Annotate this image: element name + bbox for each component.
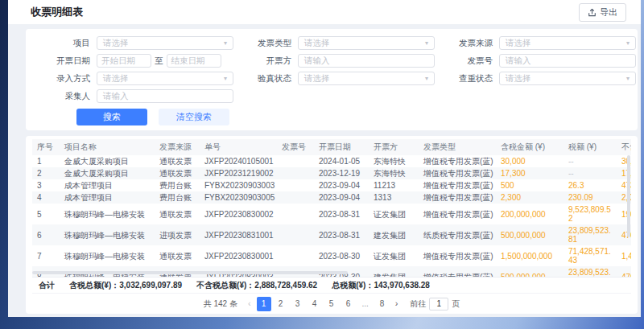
table-row[interactable]: 5珠穆朗玛峰—电梯安装通联发票JXFP202308300022023-08-31… bbox=[32, 204, 631, 224]
page-button-6[interactable]: 6 bbox=[341, 297, 356, 311]
next-page-button[interactable]: › bbox=[394, 299, 400, 308]
table-row[interactable]: 7珠穆朗玛峰—电梯安装通联发票JXFP202308300012023-08-30… bbox=[32, 245, 631, 266]
page-ellipsis: ... bbox=[358, 297, 373, 311]
column-header-net: 不含税金额 (¥) bbox=[617, 139, 631, 155]
goto-label: 前往 bbox=[410, 298, 426, 310]
cell-amount: 500 bbox=[496, 179, 564, 191]
cell-amount: 500,000,000 bbox=[496, 224, 564, 245]
table-panel: 序号项目名称发票来源单号发票号开票日期开票方发票类型含税金额 (¥)税额 (¥)… bbox=[26, 136, 638, 314]
prev-page-button[interactable]: ‹ bbox=[246, 299, 253, 308]
invoice-type-label: 发票类型 bbox=[233, 38, 291, 49]
collector-label: 采集人 bbox=[32, 91, 90, 102]
chevron-down-icon: ▾ bbox=[425, 40, 428, 47]
export-button[interactable]: 导出 bbox=[579, 3, 626, 22]
cell-type: 增值税专用发票(蓝) bbox=[419, 191, 496, 204]
invoice-source-select[interactable]: 请选择 ▾ bbox=[499, 36, 636, 50]
cell-invoice_no bbox=[277, 179, 314, 191]
filter-field-verify-status: 验真状态 请选择 ▾ bbox=[233, 71, 435, 86]
cell-tax: 23,809,523.81 bbox=[564, 266, 617, 277]
table-body: 1金威大厦采购项目通联发票JXFP202401050012024-01-05东海… bbox=[32, 155, 631, 277]
search-button[interactable]: 搜索 bbox=[76, 109, 147, 125]
project-label: 项目 bbox=[32, 38, 90, 49]
verify-status-select[interactable]: 请选择 ▾ bbox=[298, 72, 435, 85]
vertical-scrollbar[interactable] bbox=[627, 155, 630, 237]
cell-invoice_no bbox=[277, 191, 314, 204]
invoice-table: 序号项目名称发票来源单号发票号开票日期开票方发票类型含税金额 (¥)税额 (¥)… bbox=[32, 139, 631, 277]
table-row[interactable]: 3成本管理项目费用台账FYBX202309030032023-09-041121… bbox=[32, 179, 631, 191]
collector-input[interactable]: 请输入 bbox=[97, 89, 233, 103]
cell-tax: 23,809,523.81 bbox=[564, 224, 617, 245]
cell-amount: 200,000,000 bbox=[496, 204, 564, 224]
column-header-order_no: 单号 bbox=[200, 139, 277, 155]
cell-project: 珠穆朗玛峰—电梯安装 bbox=[60, 224, 155, 245]
cell-date: 2024-01-05 bbox=[314, 155, 369, 167]
filter-field-invoice-source: 发票来源 请选择 ▾ bbox=[435, 35, 636, 51]
cell-order_no: FYBX20230903005 bbox=[200, 191, 277, 204]
page-button-1[interactable]: 1 bbox=[257, 297, 271, 311]
cell-issuer: 东海特快 bbox=[369, 155, 419, 167]
cell-amount: 500,000,000 bbox=[496, 266, 564, 277]
cell-project: 珠穆朗玛峰—电梯安装 bbox=[60, 245, 155, 266]
project-select[interactable]: 请选择 ▾ bbox=[97, 36, 233, 50]
filter-field-project: 项目 请选择 ▾ bbox=[32, 35, 233, 51]
cell-no: 1 bbox=[32, 155, 60, 167]
cell-order_no: JXFP20231219002 bbox=[200, 167, 277, 179]
net-total-label: 不含税总额(¥)： bbox=[196, 281, 254, 290]
invoice-type-select[interactable]: 请选择 ▾ bbox=[298, 36, 435, 50]
export-label: 导出 bbox=[600, 6, 617, 19]
filter-field-invoice-date: 开票日期 开始日期 至 结束日期 bbox=[32, 53, 233, 68]
chevron-down-icon: ▾ bbox=[626, 40, 630, 47]
cell-amount: 30,000 bbox=[496, 155, 564, 167]
table-row[interactable]: 2金威大厦采购项目通联发票JXFP202312190022023-12-19东海… bbox=[32, 167, 631, 179]
page-button-2[interactable]: 2 bbox=[274, 297, 288, 311]
tax-total: 总税额(¥)：143,970,638.28 bbox=[332, 280, 430, 291]
date-start-input[interactable]: 开始日期 bbox=[97, 54, 151, 68]
cell-tax: 71,428,571.43 bbox=[564, 245, 617, 266]
table-row[interactable]: 1金威大厦采购项目通联发票JXFP202401050012024-01-05东海… bbox=[32, 155, 631, 167]
cell-amount: 2,300 bbox=[496, 191, 564, 204]
dedup-status-label: 查重状态 bbox=[435, 73, 493, 84]
page-button-4[interactable]: 4 bbox=[308, 297, 322, 311]
column-header-type: 发票类型 bbox=[419, 139, 496, 155]
clear-search-button[interactable]: 清空搜索 bbox=[159, 109, 229, 125]
cell-project: 成本管理项目 bbox=[60, 179, 155, 191]
invoice-no-input[interactable]: 请输入 bbox=[499, 54, 636, 68]
page-button-8[interactable]: 8 bbox=[375, 297, 390, 311]
invoice-no-input-placeholder: 请输入 bbox=[506, 56, 531, 67]
cell-no: 3 bbox=[32, 179, 60, 191]
cell-type: 增值税专用发票(蓝) bbox=[419, 245, 496, 266]
column-header-tax: 税额 (¥) bbox=[564, 139, 617, 155]
goto-page-input[interactable] bbox=[429, 298, 448, 310]
table-row[interactable]: 6珠穆朗玛峰—电梯安装进项发票JXFP202308310012023-08-31… bbox=[32, 224, 631, 245]
cell-amount: 17,300 bbox=[496, 167, 564, 179]
amount-total-label: 含税总额(¥)： bbox=[69, 281, 119, 290]
page-button-3[interactable]: 3 bbox=[291, 297, 305, 311]
issuer-input[interactable]: 请输入 bbox=[298, 54, 435, 68]
page-button-5[interactable]: 5 bbox=[324, 297, 339, 311]
cell-type: 增值税专用发票(蓝) bbox=[419, 204, 496, 224]
dedup-status-select[interactable]: 请选择 ▾ bbox=[499, 72, 636, 85]
cell-no: 5 bbox=[32, 204, 60, 224]
cell-issuer: 建发集团 bbox=[369, 224, 419, 245]
filter-field-dedup-status: 查重状态 请选择 ▾ bbox=[435, 71, 636, 86]
filter-grid: 项目 请选择 ▾ 发票类型 请选择 ▾ 发票来源 请选 bbox=[32, 35, 625, 104]
date-end-input[interactable]: 结束日期 bbox=[167, 54, 221, 68]
filter-field-issuer: 开票方 请输入 bbox=[233, 53, 435, 68]
horizontal-scrollbar[interactable] bbox=[32, 271, 348, 274]
date-range-separator: 至 bbox=[155, 56, 163, 67]
filter-field-entry-method: 录入方式 请选择 ▾ bbox=[32, 71, 233, 86]
entry-method-select[interactable]: 请选择 ▾ bbox=[97, 72, 233, 85]
project-select-placeholder: 请选择 bbox=[103, 38, 129, 49]
cell-date: 2023-08-31 bbox=[314, 224, 369, 245]
dedup-status-select-placeholder: 请选择 bbox=[506, 73, 531, 84]
cell-source: 通联发票 bbox=[155, 204, 200, 224]
cell-tax: -- bbox=[564, 167, 617, 179]
cell-issuer: 证发集团 bbox=[369, 204, 419, 224]
filter-panel: 项目 请选择 ▾ 发票类型 请选择 ▾ 发票来源 请选 bbox=[26, 29, 638, 130]
cell-project: 金威大厦采购项目 bbox=[60, 155, 155, 167]
table-header-row: 序号项目名称发票来源单号发票号开票日期开票方发票类型含税金额 (¥)税额 (¥)… bbox=[32, 139, 631, 155]
cell-tax: 26.3 bbox=[564, 179, 617, 191]
invoice-source-select-placeholder: 请选择 bbox=[506, 38, 531, 49]
table-row[interactable]: 4成本管理项目费用台账FYBX202309030052023-09-041313… bbox=[32, 191, 631, 204]
cell-type: 增值税专用发票(蓝) bbox=[419, 266, 496, 277]
